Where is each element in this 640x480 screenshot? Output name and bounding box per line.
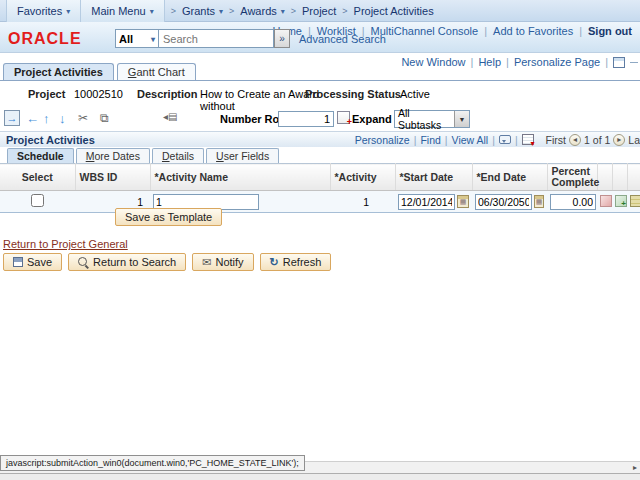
activity-toolbar: → ← ↑ ↓ ✂ ⧉ ◂▤ Number Rows + Expand All … — [0, 110, 640, 130]
advanced-search-link[interactable]: Advanced Search — [299, 33, 386, 45]
breadcrumb-project-activities[interactable]: Project Activities — [354, 5, 434, 17]
activity-resource-icon[interactable] — [600, 195, 612, 207]
project-label: Project — [28, 88, 65, 100]
col-activity-name: *Activity Name — [150, 164, 330, 191]
calendar-icon[interactable]: ▦ — [534, 195, 544, 208]
expand-select-value: All Subtasks — [395, 107, 454, 131]
subtab-details[interactable]: Details — [152, 148, 204, 163]
save-button[interactable]: Save — [3, 253, 62, 271]
select-cell — [0, 191, 75, 213]
search-bar: All ▾ » Advanced Search — [115, 29, 386, 48]
team-cell — [612, 191, 627, 213]
refresh-icon: ↻ — [270, 256, 279, 269]
insert-rows-icon[interactable]: + — [337, 111, 350, 124]
save-as-template-button[interactable]: Save as Template — [115, 208, 222, 226]
start-date-cell: ▦ — [395, 191, 472, 213]
notify-label: Notify — [215, 256, 243, 268]
save-icon — [13, 257, 23, 267]
favorites-menu[interactable]: Favorites ▾ — [6, 0, 81, 22]
search-go-button[interactable]: » — [274, 29, 290, 48]
indent-icon[interactable]: → — [4, 110, 20, 126]
cut-icon[interactable]: ✂ — [78, 111, 88, 125]
return-to-project-general-link[interactable]: Return to Project General — [3, 238, 128, 250]
chevron-down-icon: ▾ — [150, 7, 154, 16]
return-to-search-button[interactable]: Return to Search — [68, 253, 186, 271]
activity-team-icon[interactable] — [615, 195, 627, 207]
notes-icon[interactable] — [630, 195, 640, 207]
subtab-more-dates[interactable]: More Dates — [76, 148, 150, 163]
grid-subtabs: Schedule More Dates Details User Fields — [0, 147, 640, 163]
search-scope-select[interactable]: All ▾ — [115, 29, 159, 48]
percent-complete-cell — [547, 191, 597, 213]
personalize-link[interactable]: Personalize — [355, 134, 410, 146]
grid-title: Project Activities — [0, 134, 95, 146]
breadcrumb-project[interactable]: Project — [302, 5, 336, 17]
expand-label: Expand — [352, 113, 392, 125]
notes-cell — [627, 191, 640, 213]
breadcrumb-separator-icon: > — [342, 6, 347, 16]
move-down-icon[interactable]: ↓ — [59, 111, 66, 126]
search-input[interactable] — [159, 29, 274, 48]
breadcrumb-project-label: Project — [302, 5, 336, 17]
pager-previous-icon[interactable]: ◂ — [569, 134, 581, 146]
grid-actions: Personalize | Find | View All | | First … — [355, 134, 640, 146]
page-tabs: Project Activities Gantt Chart — [0, 64, 640, 81]
header-band: Home | Worklist | MultiChannel Console |… — [0, 22, 640, 53]
activity-cell: 1 — [330, 191, 395, 213]
divider — [630, 62, 638, 63]
percent-complete-input[interactable] — [550, 194, 596, 210]
breadcrumb-awards[interactable]: Awards ▾ — [240, 5, 285, 17]
table-row: 1 1 ▦ ▦ — [0, 191, 640, 213]
find-link[interactable]: Find — [420, 134, 440, 146]
col-end-date: *End Date — [472, 164, 547, 191]
pager-next-icon[interactable]: ▸ — [613, 134, 625, 146]
col-blank-2 — [612, 164, 627, 191]
peoplesoft-window: Favorites ▾ Main Menu ▾ > Grants ▾ > Awa… — [0, 0, 640, 480]
main-menu-label: Main Menu — [91, 5, 145, 17]
search-icon — [78, 257, 89, 268]
refresh-button[interactable]: ↻ Refresh — [260, 253, 332, 271]
description-label: Description — [137, 88, 198, 100]
copy-icon[interactable]: ⧉ — [100, 111, 109, 125]
paste-icon[interactable]: ◂▤ — [163, 111, 177, 122]
page-buttons: Save Return to Search ✉ Notify ↻ Refresh — [3, 253, 331, 271]
col-percent-complete: Percent Complete — [547, 164, 597, 191]
start-date-input[interactable] — [398, 194, 455, 210]
expand-select[interactable]: All Subtasks ▼ — [394, 110, 470, 128]
return-to-search-label: Return to Search — [93, 256, 176, 268]
envelope-icon: ✉ — [202, 256, 211, 269]
number-rows-input[interactable] — [278, 111, 334, 127]
select-checkbox[interactable] — [31, 194, 44, 207]
add-to-favorites-link[interactable]: Add to Favorites — [493, 25, 573, 37]
breadcrumb-grants[interactable]: Grants ▾ — [182, 5, 223, 17]
calendar-icon[interactable]: ▦ — [457, 195, 469, 208]
breadcrumb-grants-label: Grants — [182, 5, 215, 17]
outdent-icon[interactable]: ← — [26, 111, 39, 126]
favorites-label: Favorites — [17, 5, 62, 17]
grid-pager: First ◂ 1 of 1 ▸ La — [546, 134, 640, 146]
scroll-right-icon[interactable]: ▸ — [633, 463, 637, 472]
processing-status-value: Active — [400, 88, 430, 100]
move-up-icon[interactable]: ↑ — [43, 111, 50, 126]
notify-button[interactable]: ✉ Notify — [192, 253, 253, 271]
tab-project-activities[interactable]: Project Activities — [3, 63, 114, 80]
col-activity: *Activity — [330, 164, 395, 191]
sign-out-link[interactable]: Sign out — [588, 25, 632, 37]
view-all-link[interactable]: View All — [452, 134, 489, 146]
chevron-down-icon: ▼ — [454, 111, 469, 127]
end-date-cell: ▦ — [472, 191, 547, 213]
subtab-user-fields[interactable]: User Fields — [206, 148, 279, 163]
breadcrumb-separator-icon: > — [229, 6, 234, 16]
zoom-grid-icon[interactable] — [499, 135, 511, 144]
main-menu[interactable]: Main Menu ▾ — [81, 0, 164, 22]
pager-first-label: First — [546, 134, 566, 146]
download-to-excel-icon[interactable] — [522, 134, 534, 145]
col-start-date: *Start Date — [395, 164, 472, 191]
multichannel-console-link[interactable]: MultiChannel Console — [371, 25, 479, 37]
end-date-input[interactable] — [475, 194, 532, 210]
processing-status-label: Processing Status — [305, 88, 401, 100]
col-wbs-id: WBS ID — [75, 164, 150, 191]
col-select: Select — [0, 164, 75, 191]
subtab-schedule[interactable]: Schedule — [7, 148, 74, 163]
tab-gantt-chart[interactable]: Gantt Chart — [117, 63, 196, 80]
